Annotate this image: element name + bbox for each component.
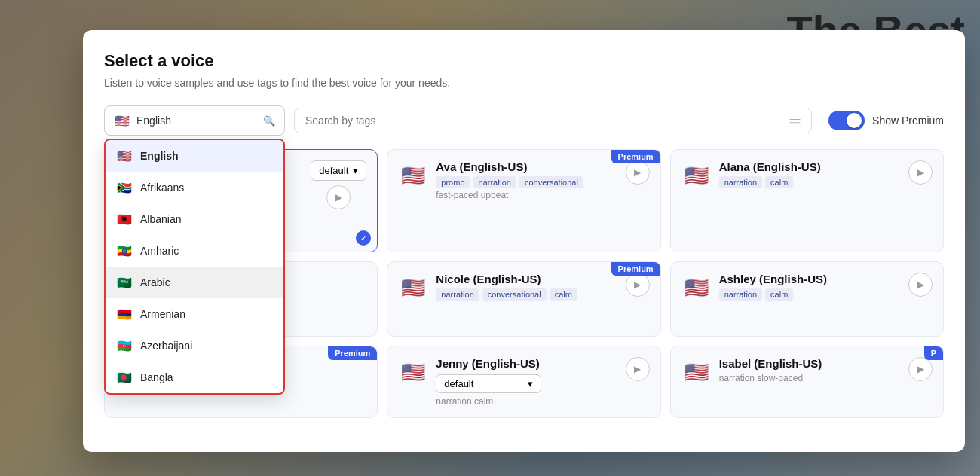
voice-name: Alana (English-US) [719,160,901,173]
voice-info: Isabel (English-US) narration slow-paced [719,357,901,383]
language-label: English [136,114,171,127]
voice-flag: 🇺🇸 [681,160,712,191]
tags-icon: ≡≡ [789,115,801,127]
voice-name: Jenny (English-US) [436,357,617,370]
premium-toggle-switch[interactable] [828,111,865,130]
label-afrikaans: Afrikaans [140,182,184,194]
voice-desc: narration calm [436,396,617,407]
voice-card-ava: Premium 🇺🇸 Ava (English-US) promo narrat… [387,149,660,252]
premium-badge: Premium [611,150,660,163]
voice-name: Isabel (English-US) [719,357,901,370]
dropdown-item-arabic[interactable]: 🇸🇦 Arabic [106,267,283,298]
voice-card-header: 🇺🇸 Isabel (English-US) narration slow-pa… [681,357,933,387]
selected-checkmark: ✓ [356,230,371,246]
premium-badge: Premium [611,262,660,276]
play-button-ashley[interactable]: ▶ [908,273,933,297]
jenny-style-value: default [444,378,473,389]
play-button-nicole[interactable]: ▶ [626,273,650,297]
voice-name: Nicole (English-US) [436,273,617,285]
voice-flag: 🇺🇸 [398,357,428,387]
play-button-alana[interactable]: ▶ [908,160,933,185]
voice-tag: narration [436,288,479,301]
voice-info: Ava (English-US) promo narration convers… [436,160,617,200]
voice-card-header: 🇺🇸 Alana (English-US) narration calm ▶ [681,160,933,191]
flag-afrikaans: 🇿🇦 [116,179,133,196]
language-dropdown: 🇺🇸 English 🇿🇦 Afrikaans 🇦🇱 Albanian 🇪🇹 A… [104,139,285,395]
language-select-button[interactable]: 🇺🇸 English 🔍 [104,105,285,136]
language-flag: 🇺🇸 [114,112,130,129]
language-search-icon: 🔍 [263,115,275,127]
label-bangla: Bangla [140,371,173,383]
voice-card-isabel: P 🇺🇸 Isabel (English-US) narration slow-… [670,346,944,418]
voice-tag: narration [473,176,516,188]
tags-search-container: ≡≡ [294,108,812,133]
play-button[interactable]: ▶ [326,185,351,209]
dropdown-item-azerbaijani[interactable]: 🇦🇿 Azerbaijani [106,330,283,362]
controls-row: 🇺🇸 English 🔍 🇺🇸 English 🇿🇦 Afrikaans [104,105,944,136]
label-armenian: Armenian [140,308,185,320]
select-voice-modal: Select a voice Listen to voice samples a… [83,30,965,452]
voice-info: Jenny (English-US) default ▾ narration c… [436,357,617,407]
play-button-isabel[interactable]: ▶ [908,357,933,381]
label-arabic: Arabic [140,276,170,288]
voice-desc: fast-paced upbeat [436,190,617,200]
chevron-down-icon: ▾ [528,378,533,389]
modal-overlay: Select a voice Listen to voice samples a… [0,0,980,476]
voice-card-header: 🇺🇸 Jenny (English-US) default ▾ narratio… [398,357,649,407]
flag-bangla: 🇧🇩 [116,369,133,386]
voice-card-header: 🇺🇸 Ava (English-US) promo narration conv… [398,160,649,200]
voice-tag: calm [765,288,793,301]
flag-albanian: 🇦🇱 [116,211,133,227]
flag-azerbaijani: 🇦🇿 [116,337,133,354]
dropdown-item-bangla[interactable]: 🇧🇩 Bangla [106,362,283,393]
chevron-down-icon: ▾ [353,165,358,176]
modal-subtitle: Listen to voice samples and use tags to … [104,77,944,89]
voice-tags: narration calm [719,176,901,188]
voice-card-ashley: 🇺🇸 Ashley (English-US) narration calm ▶ [670,261,944,337]
play-button-ava[interactable]: ▶ [626,160,650,185]
voice-name: Ashley (English-US) [719,273,901,285]
voice-desc: narration slow-paced [719,373,901,383]
voice-tags: narration calm [719,288,901,301]
modal-title: Select a voice [104,51,944,71]
voice-tags: narration conversational calm [436,288,617,301]
voice-card-nicole: Premium 🇺🇸 Nicole (English-US) narration… [387,261,660,337]
premium-label: Show Premium [872,114,944,127]
voice-tag: calm [765,176,793,188]
voice-card-alana: 🇺🇸 Alana (English-US) narration calm ▶ [670,149,944,252]
jenny-style-dropdown[interactable]: default ▾ [436,374,541,393]
voice-flag: 🇺🇸 [398,160,428,191]
tags-search-input[interactable] [305,114,783,127]
voice-tags: promo narration conversational [436,176,617,188]
label-albanian: Albanian [140,213,182,225]
voice-info: Ashley (English-US) narration calm [719,273,901,301]
voice-info: Alana (English-US) narration calm [719,160,901,188]
voice-info: Nicole (English-US) narration conversati… [436,273,617,301]
dropdown-item-afrikaans[interactable]: 🇿🇦 Afrikaans [106,172,283,203]
voice-tag: conversational [482,288,547,301]
dropdown-item-armenian[interactable]: 🇦🇲 Armenian [106,298,283,330]
premium-badge-p: P [924,346,943,360]
style-value: default [319,165,348,176]
voice-card-header: 🇺🇸 Ashley (English-US) narration calm ▶ [681,273,933,303]
voice-style-row: default ▾ [436,374,617,393]
voice-card-jenny: 🇺🇸 Jenny (English-US) default ▾ narratio… [387,346,660,418]
toggle-knob [847,113,862,128]
voice-flag: 🇺🇸 [681,357,712,387]
flag-english: 🇺🇸 [116,148,133,164]
voice-flag: 🇺🇸 [681,273,712,303]
voice-flag: 🇺🇸 [398,273,428,303]
voice-tag: narration [719,288,762,301]
dropdown-item-amharic[interactable]: 🇪🇹 Amharic [106,235,283,267]
label-azerbaijani: Azerbaijani [140,340,192,352]
voice-name: Ava (English-US) [436,160,617,173]
dropdown-item-albanian[interactable]: 🇦🇱 Albanian [106,203,283,235]
voice-tag: narration [719,176,762,188]
voice-tag: calm [550,288,577,301]
play-button-jenny[interactable]: ▶ [626,357,650,381]
flag-arabic: 🇸🇦 [116,274,133,291]
dropdown-item-english[interactable]: 🇺🇸 English [106,140,283,172]
language-selector-wrapper: 🇺🇸 English 🔍 🇺🇸 English 🇿🇦 Afrikaans [104,105,285,136]
voice-style-dropdown[interactable]: default ▾ [311,160,366,181]
premium-toggle-container: Show Premium [828,111,944,130]
